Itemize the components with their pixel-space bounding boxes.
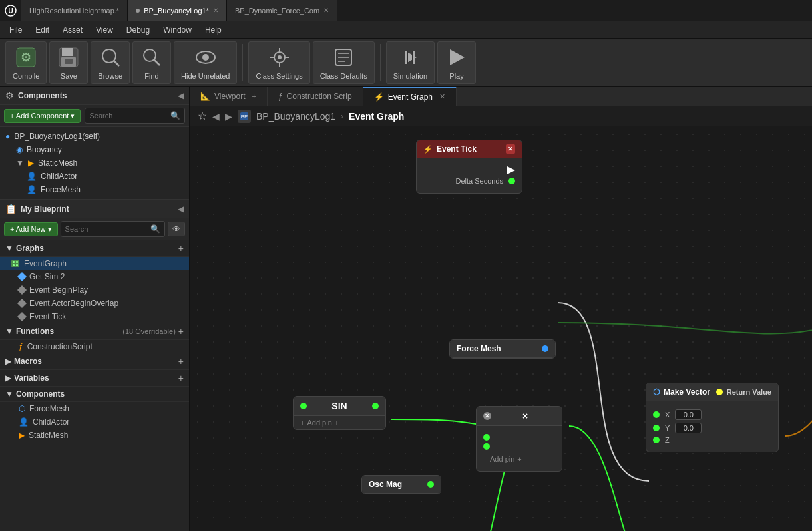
tab-construction[interactable]: ƒ Construction Scrip [268,87,363,106]
make-vector-y-pin[interactable] [653,425,660,431]
multiply-in1-pin[interactable] [483,434,490,441]
sin-add-pin[interactable]: + Add pin + [294,416,385,429]
menu-edit[interactable]: Edit [29,21,56,39]
bp-item-event-tick[interactable]: Event Tick [0,310,189,323]
y-value[interactable]: 0.0 [675,423,702,433]
make-vector-node[interactable]: ⬡ Make Vector Return Value X 0.0 Y 0.0 [646,383,779,452]
macros-add-button[interactable]: + [178,356,184,367]
graphs-add-button[interactable]: + [178,243,184,254]
make-vector-out-pin[interactable] [716,389,723,395]
graph-canvas[interactable]: ⚡ Event Tick ✕ Delta Seconds [190,126,812,531]
components-list-title: Components [16,389,184,399]
macros-section-header[interactable]: ▶ Macros + [0,353,189,370]
delta-seconds-label: Delta Seconds [455,177,503,185]
multiply-in2-pin[interactable] [483,443,490,450]
blueprint-collapse[interactable]: ◀ [178,204,184,214]
sin-in-pin[interactable] [300,403,307,409]
tab-heightmap[interactable]: HighResolutionHeightmap.* [21,0,128,21]
blueprint-search-container[interactable]: 🔍 [61,221,165,237]
tab-event-graph[interactable]: ⚡ Event Graph ✕ [363,87,457,106]
multiply-add-pin[interactable]: Add pin + [483,452,555,466]
make-vector-icon: ⬡ [653,387,660,397]
viewport-tab-add[interactable]: + [252,92,256,100]
variables-section-header[interactable]: ▶ Variables + [0,370,189,387]
menu-bar: File Edit Asset View Debug Window Help [0,21,812,39]
make-vector-x-pin[interactable] [653,411,660,418]
eye-button[interactable]: 👁 [168,222,185,236]
components-list-header[interactable]: ▼ Components [0,387,189,402]
tree-item-staticmesh[interactable]: ▼ ▶ StaticMesh [0,156,189,170]
play-button[interactable]: Play [437,41,476,84]
blueprint-search-input[interactable] [65,225,150,233]
tab-close-button-2[interactable]: ✕ [323,7,329,14]
tree-item-forcemesh[interactable]: 👤 ForceMesh [0,183,189,196]
event-tick-close[interactable]: ✕ [506,144,515,154]
graphs-section-header[interactable]: ▼ Graphs + [0,240,189,257]
bp-item-begin-play[interactable]: Event BeginPlay [0,283,189,297]
class-defaults-icon [331,45,355,69]
tab-label: BP_Dynamic_Force_Com [235,7,319,15]
hide-unrelated-button[interactable]: Hide Unrelated [174,41,237,84]
home-icon[interactable]: ☆ [198,110,207,122]
event-tick-node[interactable]: ⚡ Event Tick ✕ Delta Seconds [416,140,522,194]
browse-button[interactable]: Browse [91,41,130,84]
functions-add-button[interactable]: + [178,326,184,337]
menu-debug[interactable]: Debug [120,21,156,39]
variables-expand-icon: ▶ [5,373,11,383]
class-settings-button[interactable]: Class Settings [248,41,309,84]
multiply-add-plus[interactable]: + [517,455,521,463]
sin-node[interactable]: SIN + Add pin + [293,396,386,430]
tree-item-buoyancy[interactable]: ◉ Buoyancy [0,143,189,156]
delta-seconds-pin[interactable] [508,178,515,184]
event-graph-tab-close[interactable]: ✕ [439,92,445,101]
begin-play-icon [17,285,27,295]
menu-view[interactable]: View [89,21,120,39]
class-defaults-button[interactable]: Class Defaults [313,41,375,84]
add-pin-plus[interactable]: + [335,419,339,427]
components-search-container[interactable]: 🔍 [85,108,185,124]
make-vector-z-pin[interactable] [653,437,660,443]
components-search-input[interactable] [89,112,170,120]
multiply-node[interactable]: ✕ × Add pin + [476,406,562,472]
get-sim-2-icon [17,272,27,281]
tab-viewport[interactable]: 📐 Viewport + [190,87,268,106]
osc-mag-pin[interactable] [427,481,434,488]
force-mesh-pin[interactable] [542,345,548,352]
functions-section-header[interactable]: ▼ Functions (18 Overridable) + [0,323,189,340]
bp-item-actor-begin-overlap[interactable]: Event ActorBeginOverlap [0,297,189,310]
tab-buoyancy[interactable]: BP_BuoyancyLog1* ✕ [128,0,227,21]
make-vector-body: X 0.0 Y 0.0 Z [646,401,778,452]
bp-item-get-sim-2[interactable]: Get Sim 2 [0,270,189,283]
add-component-button[interactable]: + Add Component ▾ [4,109,81,123]
components-collapse[interactable]: ◀ [178,91,184,100]
force-mesh-node[interactable]: Force Mesh [449,339,556,359]
menu-window[interactable]: Window [156,21,198,39]
add-new-button[interactable]: + Add New ▾ [4,222,58,236]
bp-item-comp-childactor[interactable]: 👤 ChildActor [0,415,189,429]
bp-item-eventgraph[interactable]: EventGraph [0,257,189,270]
bp-item-construction-script[interactable]: ƒ ConstructionScript [0,340,189,353]
tree-item-childactor[interactable]: 👤 ChildActor [0,170,189,183]
menu-help[interactable]: Help [198,21,228,39]
compile-button[interactable]: ⚙ Compile [5,41,47,84]
right-panel: 📐 Viewport + ƒ Construction Scrip ⚡ Even… [190,87,812,531]
bp-item-comp-forcemesh[interactable]: ⬡ ForceMesh [0,402,189,415]
x-value[interactable]: 0.0 [675,409,702,420]
comp-forcemesh-label: ForceMesh [29,404,69,413]
back-button[interactable]: ◀ [212,111,220,122]
functions-subtitle: (18 Overridable) [122,327,175,335]
simulation-button[interactable]: Simulation [386,41,435,84]
menu-asset[interactable]: Asset [56,21,89,39]
tab-close-button[interactable]: ✕ [213,7,218,14]
menu-file[interactable]: File [3,21,29,39]
find-button[interactable]: Find [132,41,171,84]
save-button[interactable]: Save [49,41,88,84]
osc-mag-node[interactable]: Osc Mag [361,475,441,494]
exec-out-pin[interactable] [507,166,515,174]
forward-button[interactable]: ▶ [225,111,232,122]
tab-dynamic-force[interactable]: BP_Dynamic_Force_Com ✕ [227,0,337,21]
bp-item-comp-staticmesh[interactable]: ▶ StaticMesh [0,429,189,442]
variables-add-button[interactable]: + [178,373,184,383]
tree-item-self[interactable]: ● BP_BuoyancyLog1(self) [0,130,189,143]
sin-out-pin[interactable] [372,403,379,409]
